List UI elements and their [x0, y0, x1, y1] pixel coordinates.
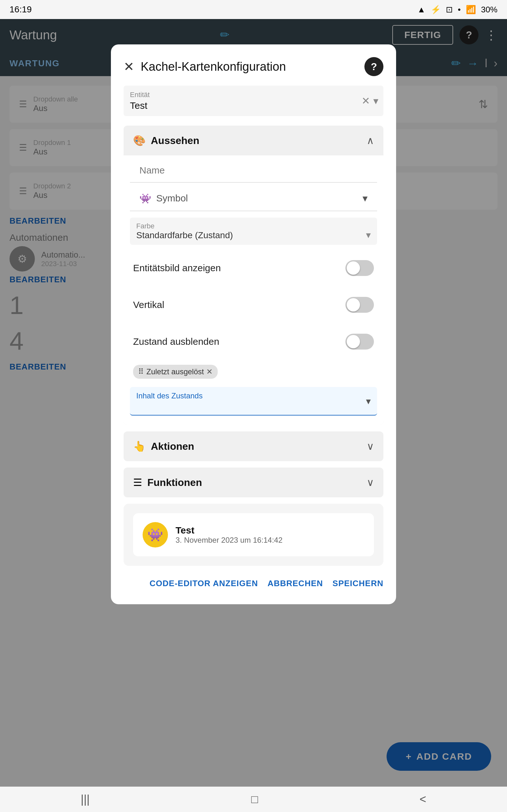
aussehen-chevron: ∧: [367, 135, 374, 147]
entity-field: Entität Test ✕ ▾: [124, 86, 383, 116]
modal-footer: CODE-EDITOR ANZEIGEN ABBRECHEN SPEICHERN: [111, 566, 396, 595]
code-editor-button[interactable]: CODE-EDITOR ANZEIGEN: [150, 575, 258, 592]
section-aktionen-header[interactable]: 👆 Aktionen ∨: [124, 432, 383, 461]
nav-home-button[interactable]: □: [239, 790, 271, 809]
state-content-label: Inhalt des Zustands: [136, 392, 366, 400]
preview-section: 👾 Test 3. November 2023 um 16:14:42: [124, 504, 383, 566]
section-aktionen: 👆 Aktionen ∨: [124, 432, 383, 461]
section-aussehen: 🎨 Aussehen ∧ 👾 Symbol ▾: [124, 125, 383, 425]
modal-dialog: ✕ Kachel-Kartenkonfiguration ? Entität T…: [111, 44, 396, 604]
symbol-label: Symbol: [156, 193, 357, 204]
modal-overlay: ✕ Kachel-Kartenkonfiguration ? Entität T…: [0, 19, 507, 786]
modal-close-button[interactable]: ✕: [124, 60, 134, 73]
aktionen-title: Aktionen: [151, 441, 361, 452]
dot-icon: •: [458, 5, 461, 14]
nav-menu-button[interactable]: |||: [68, 790, 102, 809]
modal-title: Kachel-Kartenkonfiguration: [141, 60, 358, 73]
name-input-wrap: [130, 162, 377, 183]
chip-dots-icon: ⠿: [138, 367, 144, 376]
toggle-entity-image: Entitätsbild anzeigen: [124, 251, 383, 285]
modal-help-button[interactable]: ?: [364, 57, 383, 76]
toggle-entity-image-switch[interactable]: [345, 260, 374, 276]
toggle-vertikal-label: Vertikal: [133, 299, 164, 310]
section-funktionen-header[interactable]: ☰ Funktionen ∨: [124, 467, 383, 497]
toggle-zustand: Zustand ausblenden: [124, 325, 383, 358]
modal-header: ✕ Kachel-Kartenkonfiguration ?: [111, 44, 396, 86]
signal-icon: ▲: [417, 5, 426, 14]
section-funktionen: ☰ Funktionen ∨: [124, 467, 383, 497]
chips-area: ⠿ Zuletzt ausgelöst ✕: [124, 362, 383, 385]
chip-zuletzt: ⠿ Zuletzt ausgelöst ✕: [133, 365, 218, 379]
chip-remove-button[interactable]: ✕: [206, 368, 213, 375]
status-time: 16:19: [9, 4, 32, 14]
color-label: Farbe: [136, 222, 233, 230]
modal-body: Entität Test ✕ ▾ 🎨 Aussehen ∧: [111, 86, 396, 566]
funktionen-title: Funktionen: [147, 477, 361, 489]
aussehen-body: 👾 Symbol ▾ Farbe Standardfarbe (Zustand)…: [124, 155, 383, 425]
aktionen-icon: 👆: [133, 440, 146, 452]
screen-icon: ⊡: [446, 5, 453, 14]
battery-text: 30%: [481, 5, 498, 14]
toggle-zustand-label: Zustand ausblenden: [133, 336, 219, 347]
symbol-wrap: 👾 Symbol ▾: [130, 189, 377, 211]
state-content-input[interactable]: [136, 400, 320, 410]
preview-card: 👾 Test 3. November 2023 um 16:14:42: [133, 513, 374, 556]
entity-clear-button[interactable]: ✕: [361, 95, 370, 107]
toggle-vertikal: Vertikal: [124, 288, 383, 322]
state-content-dropdown-button[interactable]: ▾: [366, 396, 371, 407]
wifi-icon: 📶: [466, 5, 476, 14]
aktionen-chevron: ∨: [367, 440, 374, 452]
bottom-nav: ||| □ <: [0, 786, 507, 812]
status-icons: ▲ ⚡ ⊡ • 📶 30%: [417, 5, 498, 14]
color-wrap[interactable]: Farbe Standardfarbe (Zustand) ▾: [130, 217, 377, 245]
preview-name: Test: [176, 525, 283, 536]
nav-back-button[interactable]: <: [407, 790, 439, 809]
aussehen-icon: 🎨: [133, 135, 146, 147]
preview-info: Test 3. November 2023 um 16:14:42: [176, 525, 283, 545]
chip-label: Zuletzt ausgelöst: [147, 367, 204, 376]
toggle-zustand-switch[interactable]: [345, 334, 374, 350]
toggle-vertikal-switch[interactable]: [345, 297, 374, 313]
flash-icon: ⚡: [431, 5, 441, 14]
preview-icon: 👾: [143, 522, 168, 548]
status-bar: 16:19 ▲ ⚡ ⊡ • 📶 30%: [0, 0, 507, 19]
speichern-button[interactable]: SPEICHERN: [332, 575, 383, 592]
entity-dropdown-button[interactable]: ▾: [373, 95, 378, 107]
preview-date: 3. November 2023 um 16:14:42: [176, 536, 283, 545]
color-value: Standardfarbe (Zustand): [136, 230, 233, 241]
abbrechen-button[interactable]: ABBRECHEN: [268, 575, 323, 592]
state-content-wrap: Inhalt des Zustands ▾: [130, 387, 377, 415]
entity-field-actions: ✕ ▾: [361, 95, 378, 107]
funktionen-chevron: ∨: [367, 476, 374, 489]
symbol-dropdown-button[interactable]: ▾: [362, 192, 368, 204]
entity-label: Entität: [130, 91, 377, 99]
toggle-entity-image-label: Entitätsbild anzeigen: [133, 263, 221, 273]
symbol-icon: 👾: [139, 193, 151, 204]
funktionen-icon: ☰: [133, 476, 142, 489]
color-dropdown-button[interactable]: ▾: [366, 229, 371, 241]
name-input[interactable]: [139, 165, 368, 176]
entity-value: Test: [130, 100, 377, 111]
aussehen-title: Aussehen: [151, 135, 361, 147]
section-aussehen-header[interactable]: 🎨 Aussehen ∧: [124, 125, 383, 155]
